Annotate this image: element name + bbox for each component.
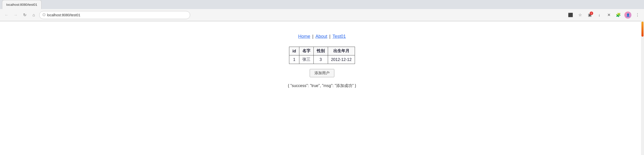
- bookmark-icon[interactable]: ☆: [577, 12, 584, 19]
- cell-gender: 3: [313, 55, 328, 64]
- separator-1: |: [312, 34, 313, 39]
- json-response: { "success": "true", "msg": "添加成功" }: [288, 83, 356, 89]
- extension-camera-icon[interactable]: ▣ 2: [586, 12, 593, 19]
- col-name: 名字: [299, 47, 313, 55]
- reload-icon: ↻: [23, 13, 26, 17]
- cell-name: 张三: [299, 55, 313, 64]
- scrollbar-track[interactable]: [641, 21, 644, 155]
- tab-title: localhost:8080/test01: [6, 3, 37, 7]
- scrollbar-thumb[interactable]: [641, 22, 643, 37]
- extension-badge: 2: [590, 12, 593, 15]
- home-link[interactable]: Home: [298, 34, 310, 39]
- tab-bar: localhost:8080/test01: [0, 0, 644, 9]
- toolbar: ← → ↻ ⌂ ⓘ localhost:8080/test01 ⬛ ☆ ▣ 2 …: [0, 9, 644, 21]
- extension-download-icon[interactable]: ↓: [596, 12, 603, 19]
- toolbar-right: ⬛ ☆ ▣ 2 ↓ ✕ 🧩 👤 ⋮: [567, 12, 641, 19]
- active-tab[interactable]: localhost:8080/test01: [2, 0, 42, 9]
- address-bar[interactable]: ⓘ localhost:8080/test01: [39, 11, 190, 19]
- add-user-button[interactable]: 添加用户: [310, 69, 334, 77]
- translate-icon[interactable]: ⬛: [567, 12, 574, 19]
- forward-icon: →: [14, 13, 18, 17]
- forward-button[interactable]: →: [12, 12, 19, 19]
- home-button[interactable]: ⌂: [30, 12, 37, 19]
- separator-2: |: [329, 34, 331, 39]
- extensions-icon[interactable]: 🧩: [615, 12, 622, 19]
- data-table: id 名字 性别 出生年月 1 张三 3 2012-12-12: [289, 47, 355, 64]
- home-icon: ⌂: [32, 13, 35, 17]
- table-header-row: id 名字 性别 出生年月: [289, 47, 355, 55]
- url-text: localhost:8080/test01: [47, 13, 80, 17]
- col-gender: 性别: [313, 47, 328, 55]
- test01-link[interactable]: Test01: [333, 34, 346, 39]
- cell-id: 1: [289, 55, 299, 64]
- table-row: 1 张三 3 2012-12-12: [289, 55, 355, 64]
- profile-avatar[interactable]: 👤: [624, 12, 631, 19]
- back-icon: ←: [5, 13, 9, 17]
- about-link[interactable]: About: [315, 34, 327, 39]
- extension-x-icon[interactable]: ✕: [605, 12, 612, 19]
- reload-button[interactable]: ↻: [21, 12, 28, 19]
- avatar-glyph: 👤: [626, 13, 630, 17]
- back-button[interactable]: ←: [3, 12, 10, 19]
- security-icon: ⓘ: [43, 13, 46, 17]
- menu-icon[interactable]: ⋮: [634, 12, 641, 19]
- page-content: Home | About | Test01 id 名字 性别 出生年月 1 张三…: [0, 21, 644, 155]
- cell-birthday: 2012-12-12: [328, 55, 355, 64]
- col-birthday: 出生年月: [328, 47, 355, 55]
- nav-links: Home | About | Test01: [298, 34, 346, 39]
- browser-chrome: localhost:8080/test01 ← → ↻ ⌂ ⓘ localhos…: [0, 0, 644, 21]
- col-id: id: [289, 47, 299, 55]
